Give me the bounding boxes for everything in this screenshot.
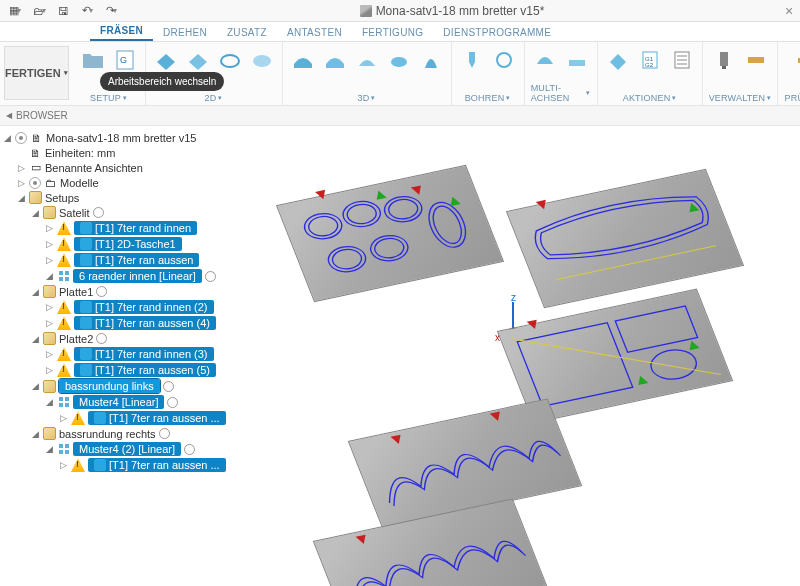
svg-point-35 — [324, 243, 369, 275]
multi1-icon[interactable] — [531, 46, 559, 74]
visibility-icon[interactable] — [15, 132, 27, 144]
titlebar: ▦▾ 🗁▾ 🖫 ↶▾ ↷▾ Mona-satv1-18 mm bretter v… — [0, 0, 800, 22]
svg-point-37 — [367, 232, 412, 264]
svg-rect-15 — [65, 271, 69, 275]
measure-icon[interactable] — [793, 46, 800, 74]
operation-node[interactable]: ▷[T1] 7ter ran aussen (5) — [2, 362, 233, 378]
operation-child-node[interactable]: ▷[T1] 7ter ran aussen ... — [2, 410, 233, 426]
setup-node[interactable]: ◢Satelit — [2, 205, 233, 220]
setup-icon — [43, 332, 56, 345]
open-file-icon[interactable]: 🗁▾ — [28, 1, 50, 21]
operation-node[interactable]: ▷[T1] 7ter ran aussen — [2, 252, 233, 268]
svg-point-44 — [646, 346, 701, 383]
browser-tree[interactable]: ◢🗎Mona-satv1-18 mm bretter v15 🗎Einheite… — [0, 126, 235, 586]
pattern-icon — [57, 443, 70, 456]
setup-label: Satelit — [59, 207, 90, 219]
tree-units[interactable]: 🗎Einheiten: mm — [2, 145, 233, 160]
active-radio[interactable] — [163, 381, 174, 392]
3d-op5-icon[interactable] — [417, 46, 445, 74]
active-radio[interactable] — [159, 428, 170, 439]
operation-node[interactable]: ◢6 raender innen [Linear] — [2, 268, 233, 284]
operation-label: 6 raender innen [Linear] — [73, 269, 202, 283]
setup-label: Platte1 — [59, 286, 93, 298]
svg-rect-19 — [65, 397, 69, 401]
svg-line-41 — [556, 246, 716, 280]
operation-node[interactable]: ▷[T1] 7ter rand innen — [2, 220, 233, 236]
active-radio[interactable] — [93, 207, 104, 218]
close-button[interactable]: × — [778, 3, 800, 19]
3d-op4-icon[interactable] — [385, 46, 413, 74]
redo-icon[interactable]: ↷▾ — [100, 1, 122, 21]
svg-rect-42 — [517, 323, 632, 407]
operation-node[interactable]: ▷[T1] 7ter rand innen (3) — [2, 346, 233, 362]
tree-setups[interactable]: ◢Setups — [2, 190, 233, 205]
setup-label: bassrundung rechts — [59, 428, 156, 440]
browser-header[interactable]: ◀ BROWSER — [0, 106, 800, 126]
active-radio[interactable] — [167, 397, 178, 408]
tab-drehen[interactable]: DREHEN — [153, 24, 217, 41]
ribbon-group-pruefen: PRÜFEN▾ — [778, 42, 800, 105]
setup-node[interactable]: ◢bassrundung links — [2, 378, 233, 394]
svg-rect-23 — [65, 444, 69, 448]
operation-label: [T1] 7ter ran aussen ... — [88, 411, 226, 425]
active-radio[interactable] — [205, 271, 216, 282]
app-menu-icon[interactable]: ▦▾ — [4, 1, 26, 21]
svg-rect-20 — [59, 403, 63, 407]
svg-point-31 — [339, 198, 384, 230]
tab-fraesen[interactable]: FRÄSEN — [90, 22, 153, 41]
svg-point-40 — [428, 204, 467, 246]
task-manager-icon[interactable] — [742, 46, 770, 74]
2d-op4-icon[interactable] — [248, 46, 276, 74]
setup-node[interactable]: ◢bassrundung rechts — [2, 426, 233, 441]
2d-op3-icon[interactable] — [216, 46, 244, 74]
operation-child-node[interactable]: ▷[T1] 7ter ran aussen ... — [2, 457, 233, 473]
tab-antasten[interactable]: ANTASTEN — [277, 24, 352, 41]
active-radio[interactable] — [96, 333, 107, 344]
operation-node[interactable]: ◢Muster4 [Linear] — [2, 394, 233, 410]
tab-fertigung[interactable]: FERTIGUNG — [352, 24, 433, 41]
save-icon[interactable]: 🖫 — [52, 1, 74, 21]
svg-point-3 — [253, 55, 271, 67]
viewport-3d[interactable]: zyx — [235, 126, 800, 586]
setup-node[interactable]: ◢Platte1 — [2, 284, 233, 299]
operation-node[interactable]: ▷[T1] 7ter ran aussen (4) — [2, 315, 233, 331]
fertigen-workspace-button[interactable]: FERTIGEN▾ — [4, 46, 69, 100]
setup-icon — [43, 380, 56, 393]
warning-icon — [57, 300, 71, 314]
operation-node[interactable]: ▷[T1] 7ter rand innen (2) — [2, 299, 233, 315]
active-radio[interactable] — [184, 444, 195, 455]
drill-icon[interactable] — [458, 46, 486, 74]
visibility-icon[interactable] — [29, 177, 41, 189]
3d-op2-icon[interactable] — [321, 46, 349, 74]
tree-named-views[interactable]: ▷▭Benannte Ansichten — [2, 160, 233, 175]
multi2-icon[interactable] — [563, 46, 591, 74]
warning-icon — [57, 316, 71, 330]
tree-root[interactable]: ◢🗎Mona-satv1-18 mm bretter v15 — [2, 130, 233, 145]
svg-point-29 — [300, 210, 345, 242]
folder-icon[interactable] — [79, 46, 107, 74]
2d-op1-icon[interactable] — [152, 46, 180, 74]
tab-dienstprogramme[interactable]: DIENSTPROGRAMME — [433, 24, 561, 41]
3d-op3-icon[interactable] — [353, 46, 381, 74]
generate-icon[interactable] — [604, 46, 632, 74]
2d-op2-icon[interactable] — [184, 46, 212, 74]
setup-sheet-icon[interactable] — [668, 46, 696, 74]
operation-node[interactable]: ◢Muster4 (2) [Linear] — [2, 441, 233, 457]
tool-library-icon[interactable] — [710, 46, 738, 74]
window-title: Mona-satv1-18 mm bretter v15* — [126, 4, 778, 18]
warning-icon — [57, 363, 71, 377]
tooltip-arbeitsbereich: Arbeitsbereich wechseln — [100, 72, 224, 91]
operation-label: [T1] 7ter ran aussen ... — [88, 458, 226, 472]
3d-op1-icon[interactable] — [289, 46, 317, 74]
operation-label: [T1] 7ter ran aussen — [74, 253, 199, 267]
active-radio[interactable] — [96, 286, 107, 297]
hole-icon[interactable] — [490, 46, 518, 74]
workspace-tabs: FRÄSEN DREHEN ZUSATZ ANTASTEN FERTIGUNG … — [0, 22, 800, 42]
postprocess-icon[interactable]: G1G2 — [636, 46, 664, 74]
nc-program-icon[interactable]: G — [111, 46, 139, 74]
undo-icon[interactable]: ↶▾ — [76, 1, 98, 21]
setup-node[interactable]: ◢Platte2 — [2, 331, 233, 346]
operation-node[interactable]: ▷[T1] 2D-Tasche1 — [2, 236, 233, 252]
tree-models[interactable]: ▷🗀Modelle — [2, 175, 233, 190]
tab-zusatz[interactable]: ZUSATZ — [217, 24, 277, 41]
